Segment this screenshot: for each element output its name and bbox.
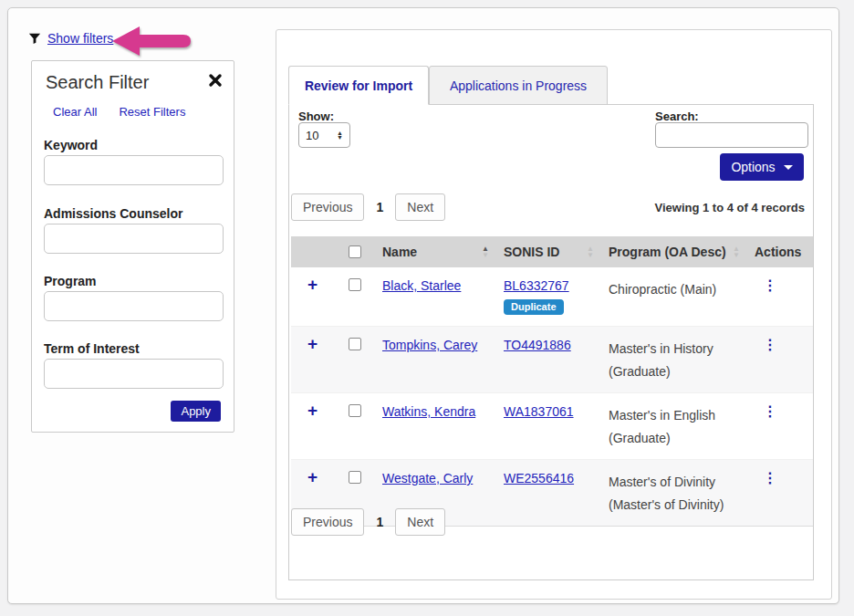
expand-row-icon[interactable]: +: [307, 338, 318, 350]
program-cell: Master's in English(Graduate): [601, 393, 747, 459]
row-actions-menu-icon[interactable]: ⋮: [755, 403, 777, 419]
row-checkbox[interactable]: [349, 471, 361, 484]
main-panel: Review for Import Applications in Progre…: [276, 29, 832, 600]
name-header[interactable]: Name ▲▼: [375, 236, 496, 267]
applicant-name-link[interactable]: Watkins, Kendra: [382, 404, 475, 419]
admissions-counselor-input[interactable]: [44, 224, 224, 254]
program-input[interactable]: [44, 291, 224, 321]
sonis-id-link[interactable]: WA1837061: [504, 404, 574, 419]
table-row: + Tompkins, Carey TO4491886 Master's in …: [291, 327, 813, 393]
search-input[interactable]: [655, 122, 808, 148]
search-label: Search:: [655, 110, 699, 123]
row-actions-menu-icon[interactable]: ⋮: [755, 277, 777, 293]
row-checkbox[interactable]: [349, 404, 361, 417]
clear-all-link[interactable]: Clear All: [53, 105, 97, 119]
sort-icon-program[interactable]: ▲▼: [729, 245, 740, 258]
options-button[interactable]: Options: [720, 153, 804, 181]
sort-icon-sonis-id[interactable]: ▲▼: [583, 245, 594, 258]
table-row: + Black, Starlee BL6332767 Duplicate Chi…: [291, 267, 813, 327]
admissions-counselor-label: Admissions Counselor: [44, 206, 182, 221]
expand-header: [291, 236, 334, 267]
select-all-header: [334, 236, 375, 267]
row-checkbox[interactable]: [349, 278, 361, 291]
keyword-input[interactable]: [44, 155, 224, 185]
actions-header: Actions: [747, 236, 813, 267]
reset-filters-link[interactable]: Reset Filters: [119, 105, 185, 119]
previous-button[interactable]: Previous: [291, 193, 364, 221]
apply-button[interactable]: Apply: [171, 401, 221, 422]
current-page[interactable]: 1: [376, 200, 383, 214]
sonis-id-header[interactable]: SONIS ID ▲▼: [496, 236, 601, 267]
pagination-top: Previous 1 Next: [291, 193, 445, 221]
term-of-interest-label: Term of Interest: [44, 341, 140, 356]
program-header[interactable]: Program (OA Desc) ▲▼: [601, 236, 747, 267]
current-page[interactable]: 1: [376, 515, 383, 529]
tab-applications-in-progress[interactable]: Applications in Progress: [429, 66, 608, 105]
expand-row-icon[interactable]: +: [307, 471, 318, 484]
applicant-name-link[interactable]: Westgate, Carly: [382, 471, 473, 485]
sort-icon-name[interactable]: ▲▼: [478, 245, 489, 258]
sonis-id-link[interactable]: TO4491886: [504, 338, 571, 352]
page-size-select[interactable]: 10 ▲▼: [298, 122, 350, 148]
program-label: Program: [44, 274, 97, 288]
program-cell: Master's in History(Graduate): [601, 327, 747, 392]
row-actions-menu-icon[interactable]: ⋮: [755, 337, 777, 352]
filter-panel-title: Search Filter: [46, 72, 149, 93]
tab-content-pane: Show: 10 ▲▼ Search: Options Previous 1 N…: [288, 104, 814, 580]
table-row: + Watkins, Kendra WA1837061 Master's in …: [291, 393, 813, 460]
pagination-bottom: Previous 1 Next: [291, 508, 445, 536]
program-cell: Master's of Divinity(Master's of Divinit…: [601, 460, 747, 526]
applicant-name-link[interactable]: Black, Starlee: [382, 278, 461, 293]
next-button[interactable]: Next: [395, 508, 445, 536]
records-summary: Viewing 1 to 4 of 4 records: [655, 201, 805, 214]
table-header-row: Name ▲▼ SONIS ID ▲▼ Program (OA Desc) ▲▼: [291, 236, 813, 267]
show-filters-toggle[interactable]: Show filters: [28, 31, 113, 46]
show-label: Show:: [298, 110, 334, 123]
duplicate-badge: Duplicate: [504, 299, 564, 315]
select-all-checkbox[interactable]: [349, 245, 361, 258]
chevron-down-icon: [784, 165, 793, 170]
options-button-label: Options: [731, 160, 775, 174]
sonis-id-link[interactable]: BL6332767: [504, 278, 569, 293]
screen: Show filters Search Filter Clear All Res…: [0, 0, 854, 616]
applicant-name-link[interactable]: Tompkins, Carey: [382, 338, 477, 352]
page-card: Show filters Search Filter Clear All Res…: [7, 7, 839, 604]
previous-button[interactable]: Previous: [291, 508, 364, 536]
next-button[interactable]: Next: [395, 193, 445, 221]
expand-row-icon[interactable]: +: [307, 404, 318, 417]
annotation-arrow-icon: [110, 24, 193, 62]
select-spinner-icon: ▲▼: [337, 131, 343, 140]
applications-table: Name ▲▼ SONIS ID ▲▼ Program (OA Desc) ▲▼: [291, 236, 813, 527]
row-actions-menu-icon[interactable]: ⋮: [755, 470, 777, 485]
tab-review-for-import[interactable]: Review for Import: [288, 66, 429, 105]
show-filters-link[interactable]: Show filters: [47, 31, 113, 46]
sonis-id-link[interactable]: WE2556416: [504, 471, 574, 485]
program-cell: Chiropractic (Main): [601, 267, 747, 310]
page-size-value: 10: [306, 129, 318, 142]
close-icon[interactable]: [208, 73, 223, 88]
row-checkbox[interactable]: [349, 338, 361, 350]
search-filter-panel: Search Filter Clear All Reset Filters Ke…: [31, 60, 234, 433]
keyword-label: Keyword: [44, 138, 98, 152]
term-of-interest-input[interactable]: [44, 359, 224, 389]
filter-funnel-icon: [28, 32, 41, 45]
expand-row-icon[interactable]: +: [307, 278, 318, 291]
